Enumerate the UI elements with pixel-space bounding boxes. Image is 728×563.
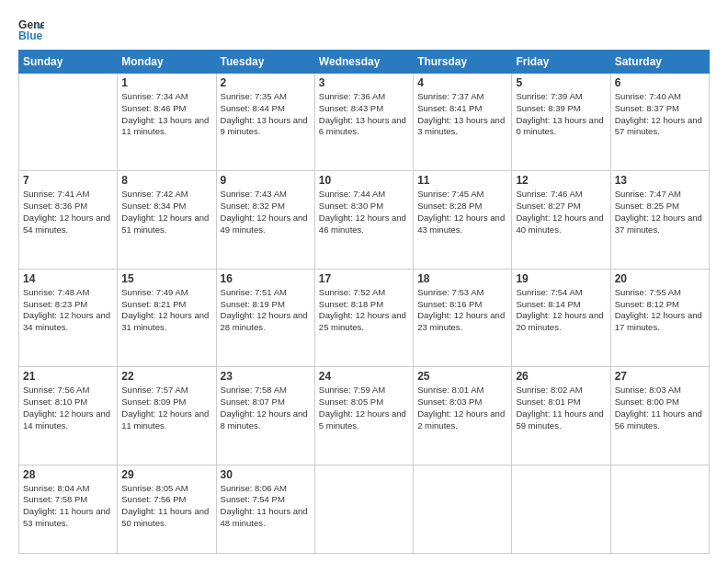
- cell-info: Sunrise: 7:36 AMSunset: 8:43 PMDaylight:…: [319, 91, 409, 138]
- day-cell: 19Sunrise: 7:54 AMSunset: 8:14 PMDayligh…: [512, 269, 610, 366]
- cell-info: Sunrise: 7:48 AMSunset: 8:23 PMDaylight:…: [23, 287, 113, 334]
- cell-info: Sunrise: 8:01 AMSunset: 8:03 PMDaylight:…: [417, 385, 507, 431]
- day-cell: 21Sunrise: 7:56 AMSunset: 8:10 PMDayligh…: [19, 367, 118, 465]
- day-cell: 8Sunrise: 7:42 AMSunset: 8:34 PMDaylight…: [118, 171, 216, 269]
- day-number: 16: [221, 272, 311, 285]
- day-cell: 23Sunrise: 7:58 AMSunset: 8:07 PMDayligh…: [216, 367, 314, 465]
- cell-info: Sunrise: 8:02 AMSunset: 8:01 PMDaylight:…: [516, 385, 606, 431]
- col-header-thursday: Thursday: [414, 51, 512, 74]
- day-cell: 9Sunrise: 7:43 AMSunset: 8:32 PMDaylight…: [216, 171, 314, 269]
- svg-text:Blue: Blue: [18, 29, 43, 42]
- cell-info: Sunrise: 7:54 AMSunset: 8:14 PMDaylight:…: [516, 287, 606, 334]
- header-row: SundayMondayTuesdayWednesdayThursdayFrid…: [19, 51, 710, 74]
- day-number: 1: [121, 76, 211, 89]
- day-cell: [610, 465, 709, 553]
- day-number: 15: [121, 272, 211, 285]
- cell-info: Sunrise: 7:55 AMSunset: 8:12 PMDaylight:…: [615, 287, 705, 334]
- cell-info: Sunrise: 7:52 AMSunset: 8:18 PMDaylight:…: [319, 287, 409, 334]
- day-cell: 25Sunrise: 8:01 AMSunset: 8:03 PMDayligh…: [414, 367, 512, 465]
- cell-info: Sunrise: 7:49 AMSunset: 8:21 PMDaylight:…: [121, 287, 211, 334]
- cell-info: Sunrise: 7:43 AMSunset: 8:32 PMDaylight:…: [221, 189, 311, 236]
- day-cell: 13Sunrise: 7:47 AMSunset: 8:25 PMDayligh…: [610, 171, 709, 269]
- week-row-3: 21Sunrise: 7:56 AMSunset: 8:10 PMDayligh…: [19, 367, 710, 465]
- day-cell: 15Sunrise: 7:49 AMSunset: 8:21 PMDayligh…: [118, 269, 216, 366]
- col-header-saturday: Saturday: [610, 51, 709, 74]
- day-number: 28: [23, 468, 113, 481]
- cell-info: Sunrise: 8:03 AMSunset: 8:00 PMDaylight:…: [615, 385, 705, 431]
- logo: General Blue: [18, 17, 44, 42]
- cell-info: Sunrise: 7:59 AMSunset: 8:05 PMDaylight:…: [319, 385, 409, 431]
- day-cell: 24Sunrise: 7:59 AMSunset: 8:05 PMDayligh…: [314, 367, 413, 465]
- day-cell: 7Sunrise: 7:41 AMSunset: 8:36 PMDaylight…: [19, 171, 118, 269]
- day-cell: [19, 74, 118, 171]
- day-number: 14: [23, 272, 113, 285]
- week-row-1: 7Sunrise: 7:41 AMSunset: 8:36 PMDaylight…: [19, 171, 710, 269]
- day-cell: 6Sunrise: 7:40 AMSunset: 8:37 PMDaylight…: [610, 74, 709, 171]
- cell-info: Sunrise: 7:57 AMSunset: 8:09 PMDaylight:…: [121, 385, 211, 431]
- cell-info: Sunrise: 7:40 AMSunset: 8:37 PMDaylight:…: [615, 91, 705, 138]
- day-cell: 22Sunrise: 7:57 AMSunset: 8:09 PMDayligh…: [118, 367, 216, 465]
- day-number: 8: [121, 174, 211, 187]
- day-cell: [414, 465, 512, 553]
- week-row-2: 14Sunrise: 7:48 AMSunset: 8:23 PMDayligh…: [19, 269, 710, 366]
- day-number: 7: [23, 174, 113, 187]
- day-cell: 16Sunrise: 7:51 AMSunset: 8:19 PMDayligh…: [216, 269, 314, 366]
- cell-info: Sunrise: 7:42 AMSunset: 8:34 PMDaylight:…: [121, 189, 211, 236]
- cell-info: Sunrise: 7:56 AMSunset: 8:10 PMDaylight:…: [23, 385, 113, 431]
- day-number: 19: [516, 272, 606, 285]
- day-number: 12: [516, 174, 606, 187]
- day-cell: 27Sunrise: 8:03 AMSunset: 8:00 PMDayligh…: [610, 367, 709, 465]
- day-cell: 14Sunrise: 7:48 AMSunset: 8:23 PMDayligh…: [19, 269, 118, 366]
- col-header-friday: Friday: [512, 51, 610, 74]
- day-number: 27: [615, 370, 705, 383]
- day-number: 21: [23, 370, 113, 383]
- day-cell: 2Sunrise: 7:35 AMSunset: 8:44 PMDaylight…: [216, 74, 314, 171]
- week-row-4: 28Sunrise: 8:04 AMSunset: 7:58 PMDayligh…: [19, 465, 710, 553]
- day-number: 20: [615, 272, 705, 285]
- cell-info: Sunrise: 7:51 AMSunset: 8:19 PMDaylight:…: [221, 287, 311, 334]
- day-cell: 26Sunrise: 8:02 AMSunset: 8:01 PMDayligh…: [512, 367, 610, 465]
- day-cell: 3Sunrise: 7:36 AMSunset: 8:43 PMDaylight…: [314, 74, 413, 171]
- cell-info: Sunrise: 7:41 AMSunset: 8:36 PMDaylight:…: [23, 189, 113, 236]
- day-cell: 30Sunrise: 8:06 AMSunset: 7:54 PMDayligh…: [216, 465, 314, 553]
- day-number: 25: [417, 370, 507, 383]
- logo-icon: General Blue: [18, 17, 44, 42]
- cell-info: Sunrise: 7:45 AMSunset: 8:28 PMDaylight:…: [417, 189, 507, 236]
- cell-info: Sunrise: 7:53 AMSunset: 8:16 PMDaylight:…: [417, 287, 507, 334]
- day-cell: 18Sunrise: 7:53 AMSunset: 8:16 PMDayligh…: [414, 269, 512, 366]
- cell-info: Sunrise: 7:47 AMSunset: 8:25 PMDaylight:…: [615, 189, 705, 236]
- day-number: 13: [615, 174, 705, 187]
- day-number: 29: [121, 468, 211, 481]
- cell-info: Sunrise: 7:35 AMSunset: 8:44 PMDaylight:…: [221, 91, 311, 138]
- cell-info: Sunrise: 8:04 AMSunset: 7:58 PMDaylight:…: [23, 483, 113, 530]
- day-number: 4: [417, 76, 507, 89]
- day-number: 23: [221, 370, 311, 383]
- day-number: 26: [516, 370, 606, 383]
- day-number: 18: [417, 272, 507, 285]
- day-cell: 11Sunrise: 7:45 AMSunset: 8:28 PMDayligh…: [414, 171, 512, 269]
- day-cell: 5Sunrise: 7:39 AMSunset: 8:39 PMDaylight…: [512, 74, 610, 171]
- cell-info: Sunrise: 7:44 AMSunset: 8:30 PMDaylight:…: [319, 189, 409, 236]
- day-number: 22: [121, 370, 211, 383]
- day-cell: [512, 465, 610, 553]
- day-cell: 20Sunrise: 7:55 AMSunset: 8:12 PMDayligh…: [610, 269, 709, 366]
- day-number: 2: [221, 76, 311, 89]
- cell-info: Sunrise: 8:06 AMSunset: 7:54 PMDaylight:…: [221, 483, 311, 530]
- day-number: 10: [319, 174, 409, 187]
- day-number: 17: [319, 272, 409, 285]
- cell-info: Sunrise: 7:34 AMSunset: 8:46 PMDaylight:…: [121, 91, 211, 138]
- day-cell: [314, 465, 413, 553]
- cell-info: Sunrise: 7:37 AMSunset: 8:41 PMDaylight:…: [417, 91, 507, 138]
- day-cell: 1Sunrise: 7:34 AMSunset: 8:46 PMDaylight…: [118, 74, 216, 171]
- day-number: 24: [319, 370, 409, 383]
- col-header-sunday: Sunday: [19, 51, 118, 74]
- col-header-monday: Monday: [118, 51, 216, 74]
- day-cell: 4Sunrise: 7:37 AMSunset: 8:41 PMDaylight…: [414, 74, 512, 171]
- day-cell: 10Sunrise: 7:44 AMSunset: 8:30 PMDayligh…: [314, 171, 413, 269]
- day-cell: 29Sunrise: 8:05 AMSunset: 7:56 PMDayligh…: [118, 465, 216, 553]
- col-header-wednesday: Wednesday: [314, 51, 413, 74]
- day-number: 5: [516, 76, 606, 89]
- day-number: 3: [319, 76, 409, 89]
- cell-info: Sunrise: 8:05 AMSunset: 7:56 PMDaylight:…: [121, 483, 211, 530]
- calendar-table: SundayMondayTuesdayWednesdayThursdayFrid…: [18, 50, 710, 554]
